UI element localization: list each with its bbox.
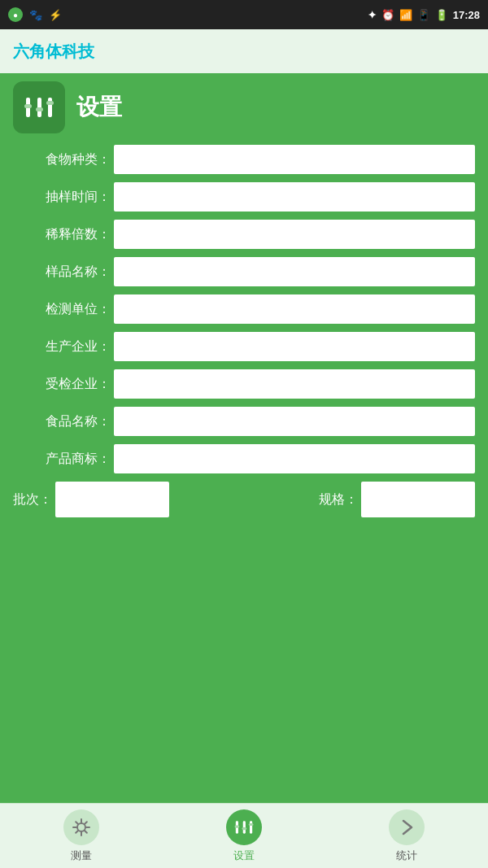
bluetooth-icon: ✦ bbox=[368, 9, 377, 21]
form-row-6: 受检企业： bbox=[13, 369, 475, 399]
input-dilution[interactable] bbox=[114, 220, 475, 249]
nav-item-stats[interactable]: 统计 bbox=[325, 809, 488, 863]
alarm-icon: ⏰ bbox=[381, 9, 394, 21]
label-sample-name: 样品名称： bbox=[13, 264, 111, 281]
nav-item-settings[interactable]: 设置 bbox=[163, 809, 325, 863]
svg-rect-5 bbox=[46, 101, 54, 105]
label-brand: 产品商标： bbox=[13, 451, 111, 468]
status-icon-bear: 🐾 bbox=[29, 9, 42, 21]
input-batch[interactable] bbox=[55, 482, 169, 517]
nav-icon-measure bbox=[63, 809, 99, 845]
label-batch: 批次： bbox=[13, 491, 52, 508]
svg-rect-12 bbox=[249, 822, 254, 825]
bottom-nav: 测量 设置 统计 bbox=[0, 803, 488, 868]
nav-label-settings: 设置 bbox=[233, 848, 255, 863]
input-inspected-company[interactable] bbox=[114, 369, 475, 399]
bars-icon bbox=[21, 89, 57, 125]
time-display: 17:28 bbox=[453, 9, 480, 21]
main-content: 设置 食物种类： 抽样时间： 稀释倍数： 样品名称： 检测单位： 生产企业： 受… bbox=[0, 73, 488, 803]
status-bar-left: ● 🐾 ⚡ bbox=[8, 7, 62, 22]
input-brand[interactable] bbox=[114, 444, 475, 473]
form-row-1: 抽样时间： bbox=[13, 182, 475, 212]
nav-label-stats: 统计 bbox=[396, 848, 417, 863]
label-dilution: 稀释倍数： bbox=[13, 226, 111, 243]
app-title: 六角体科技 bbox=[13, 41, 94, 63]
app-bar: 六角体科技 bbox=[0, 29, 488, 73]
section-header: 设置 bbox=[13, 81, 475, 133]
svg-rect-9 bbox=[250, 821, 252, 833]
wifi-icon: 📶 bbox=[399, 9, 412, 21]
input-sample-name[interactable] bbox=[114, 257, 475, 286]
status-bar: ● 🐾 ⚡ ✦ ⏰ 📶 📱 🔋 17:28 bbox=[0, 0, 488, 29]
form-fields: 食物种类： 抽样时间： 稀释倍数： 样品名称： 检测单位： 生产企业： 受检企业… bbox=[13, 145, 475, 473]
svg-rect-10 bbox=[235, 825, 240, 827]
label-inspected-company: 受检企业： bbox=[13, 376, 111, 393]
label-food-name: 食品名称： bbox=[13, 413, 111, 430]
form-row-4: 检测单位： bbox=[13, 294, 475, 324]
label-spec: 规格： bbox=[319, 491, 358, 508]
status-icon-usb: ⚡ bbox=[49, 9, 62, 21]
label-manufacturer: 生产企业： bbox=[13, 338, 111, 355]
form-row-2: 稀释倍数： bbox=[13, 220, 475, 249]
input-food-name[interactable] bbox=[114, 407, 475, 436]
nav-item-measure[interactable]: 测量 bbox=[0, 809, 163, 863]
svg-rect-4 bbox=[36, 107, 43, 111]
settings-icon-box bbox=[13, 81, 65, 133]
nav-icon-stats bbox=[389, 809, 425, 845]
svg-rect-11 bbox=[242, 827, 246, 830]
input-test-unit[interactable] bbox=[114, 294, 475, 324]
label-test-unit: 检测单位： bbox=[13, 301, 111, 318]
input-sample-time[interactable] bbox=[114, 182, 475, 212]
form-row-7: 食品名称： bbox=[13, 407, 475, 436]
svg-rect-2 bbox=[48, 98, 52, 117]
nav-icon-settings bbox=[226, 809, 262, 845]
section-title: 设置 bbox=[76, 92, 122, 123]
form-row-5: 生产企业： bbox=[13, 332, 475, 361]
gear-icon bbox=[70, 816, 93, 839]
label-sample-time: 抽样时间： bbox=[13, 189, 111, 206]
batch-spec-row: 批次： 规格： bbox=[13, 482, 475, 517]
battery-icon: 🔋 bbox=[435, 9, 448, 21]
nav-label-measure: 测量 bbox=[71, 848, 92, 863]
signal-icon: 📱 bbox=[417, 9, 430, 21]
input-spec[interactable] bbox=[361, 482, 475, 517]
form-row-0: 食物种类： bbox=[13, 145, 475, 174]
form-row-8: 产品商标： bbox=[13, 444, 475, 473]
svg-rect-3 bbox=[24, 104, 32, 108]
input-food-type[interactable] bbox=[114, 145, 475, 174]
android-icon: ● bbox=[8, 7, 23, 22]
bars-active-icon bbox=[233, 816, 255, 839]
status-bar-right: ✦ ⏰ 📶 📱 🔋 17:28 bbox=[368, 9, 480, 21]
chevron-right-icon bbox=[395, 816, 418, 839]
form-row-3: 样品名称： bbox=[13, 257, 475, 286]
input-manufacturer[interactable] bbox=[114, 332, 475, 361]
label-food-type: 食物种类： bbox=[13, 151, 111, 168]
